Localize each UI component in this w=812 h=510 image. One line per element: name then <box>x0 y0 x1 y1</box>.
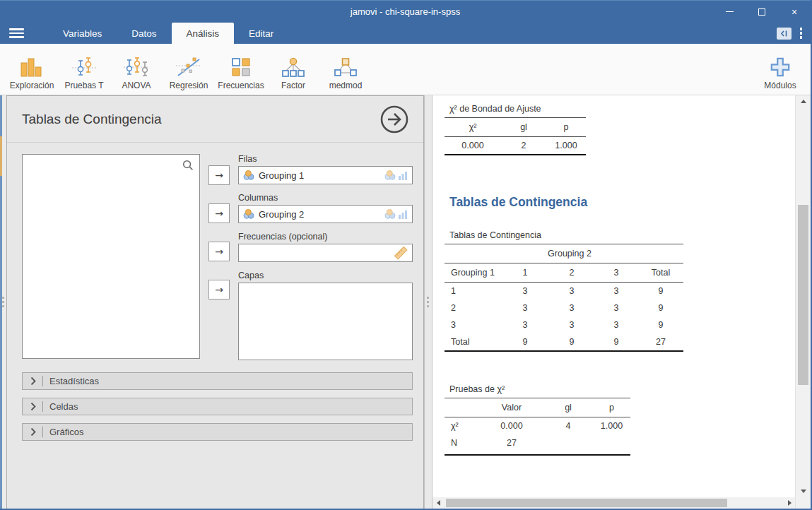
collapse-options-button[interactable] <box>379 105 409 134</box>
table-row: χ² 0.000 4 1.000 <box>445 417 630 435</box>
section-celdas[interactable]: Celdas <box>22 398 413 415</box>
table-title: χ² de Bondad de Ajuste <box>445 102 586 117</box>
anova-icon <box>124 57 149 78</box>
ribbon-frecuencias-button[interactable]: Frecuencias <box>215 44 267 95</box>
mini-bar-chart-icon <box>399 171 408 180</box>
section-estadisticas[interactable]: Estadísticas <box>22 372 413 390</box>
column-header: p <box>546 118 586 137</box>
chi-square-tests-table: Pruebas de χ² Valor gl p <box>445 383 630 456</box>
search-icon[interactable] <box>182 160 194 174</box>
total-header: Total <box>638 263 683 283</box>
capas-field[interactable] <box>238 283 413 360</box>
t-test-icon <box>71 57 97 78</box>
tab-variables[interactable]: Variables <box>48 23 117 44</box>
ribbon-anova-button[interactable]: ANOVA <box>110 44 163 95</box>
table-row: 3 3 3 3 9 <box>445 316 683 333</box>
ribbon-exploracion-button[interactable]: Exploración <box>6 44 58 95</box>
analysis-title: Tablas de Contingencia <box>22 112 162 127</box>
tab-editar[interactable]: Editar <box>234 23 288 44</box>
exploration-bars-icon <box>19 57 45 78</box>
scroll-up-arrow[interactable] <box>801 100 806 103</box>
frecuencias-label: Frecuencias (opcional) <box>238 232 413 242</box>
window-title: jamovi - chi-square-in-spss <box>0 6 811 17</box>
menu-bar: Variables Datos Análisis Editar <box>0 23 811 44</box>
ribbon-medmod-button[interactable]: medmod <box>319 44 372 95</box>
splitter-drag-handle[interactable] <box>427 297 429 307</box>
regression-icon <box>176 57 201 78</box>
tab-analisis[interactable]: Análisis <box>172 23 235 44</box>
table-row: N 27 <box>445 434 630 455</box>
table-total-row: Total 9 9 9 27 <box>445 333 683 351</box>
main-content: Tablas de Contingencia <box>0 95 811 509</box>
table-row: 1 3 3 3 9 <box>445 283 683 300</box>
medmod-icon <box>333 57 358 78</box>
nominal-variable-icon-faded <box>384 170 396 180</box>
move-to-columns-button[interactable]: → <box>208 203 230 223</box>
horizontal-scrollbar[interactable] <box>433 497 795 509</box>
nominal-variable-icon <box>243 170 254 180</box>
left-panel-drag-handle[interactable] <box>2 297 4 307</box>
analysis-options-panel: Tablas de Contingencia <box>6 95 424 509</box>
column-header: χ² <box>445 118 501 137</box>
row-var-header: Grouping 1 <box>445 263 501 283</box>
factor-icon <box>281 57 306 78</box>
capas-label: Capas <box>238 271 413 280</box>
scroll-right-arrow[interactable] <box>784 497 795 509</box>
contingency-table: Tablas de Contingencia Grouping 2 Groupi… <box>445 229 683 352</box>
column-header: gl <box>501 118 546 137</box>
table-row: 0.000 2 1.000 <box>445 137 586 155</box>
nominal-variable-icon <box>243 209 254 219</box>
columnas-field[interactable]: Grouping 2 <box>238 205 413 223</box>
chevron-right-icon <box>30 376 36 386</box>
move-to-rows-button[interactable]: → <box>208 165 230 185</box>
circled-arrow-right-icon <box>379 105 409 134</box>
horizontal-scrollbar-thumb[interactable] <box>446 499 727 507</box>
vertical-scrollbar[interactable] <box>795 95 811 509</box>
results-panel-toggle-icon[interactable] <box>777 28 792 40</box>
filas-variable: Grouping 1 <box>259 170 304 181</box>
scroll-left-arrow[interactable] <box>433 497 444 509</box>
nominal-variable-icon-faded <box>384 209 396 219</box>
available-variables-list[interactable] <box>22 154 200 359</box>
span-header: Grouping 2 <box>501 244 638 263</box>
results-heading: Tablas de Contingencia <box>449 195 795 210</box>
kebab-menu-icon[interactable] <box>800 28 803 39</box>
goodness-of-fit-table: χ² de Bondad de Ajuste χ² gl p 0.000 <box>445 102 586 155</box>
filas-field[interactable]: Grouping 1 <box>238 166 413 184</box>
frecuencias-field[interactable] <box>238 244 413 262</box>
section-graficos[interactable]: Gráficos <box>22 423 413 441</box>
columnas-label: Columnas <box>238 193 413 203</box>
ribbon-modulos-button[interactable]: Módulos <box>750 44 811 95</box>
scroll-down-arrow[interactable] <box>801 490 806 493</box>
vertical-scrollbar-thumb[interactable] <box>798 205 808 385</box>
options-panel-header: Tablas de Contingencia <box>7 96 423 143</box>
move-to-layers-button[interactable]: → <box>208 280 230 300</box>
tab-strip: Variables Datos Análisis Editar <box>48 23 288 44</box>
filas-label: Filas <box>238 154 413 164</box>
chevron-right-icon <box>30 427 36 437</box>
spreadsheet-edge-strip <box>0 95 6 509</box>
ribbon-pruebas-t-button[interactable]: Pruebas T <box>58 44 110 95</box>
jamovi-window: jamovi - chi-square-in-spss × Variables … <box>0 0 812 510</box>
ribbon-regresion-button[interactable]: Regresión <box>163 44 215 95</box>
ribbon-factor-button[interactable]: Factor <box>267 44 319 95</box>
mini-bar-chart-icon <box>399 210 408 219</box>
table-title: Pruebas de χ² <box>445 383 630 398</box>
plus-icon <box>769 57 792 78</box>
table-title: Tablas de Contingencia <box>445 229 683 244</box>
frequencies-icon <box>230 57 252 78</box>
results-panel: χ² de Bondad de Ajuste χ² gl p 0.000 <box>433 95 795 509</box>
analysis-ribbon: Exploración Pruebas T <box>0 44 811 95</box>
continuous-ruler-icon <box>394 246 408 260</box>
move-to-counts-button[interactable]: → <box>208 242 230 261</box>
panel-splitter[interactable] <box>424 95 433 509</box>
columnas-variable: Grouping 2 <box>259 209 304 220</box>
table-row: 2 3 3 3 9 <box>445 300 683 316</box>
titlebar: jamovi - chi-square-in-spss × <box>0 0 811 23</box>
hamburger-menu-button[interactable] <box>0 23 33 44</box>
chevron-right-icon <box>30 402 36 411</box>
tab-datos[interactable]: Datos <box>117 23 171 44</box>
